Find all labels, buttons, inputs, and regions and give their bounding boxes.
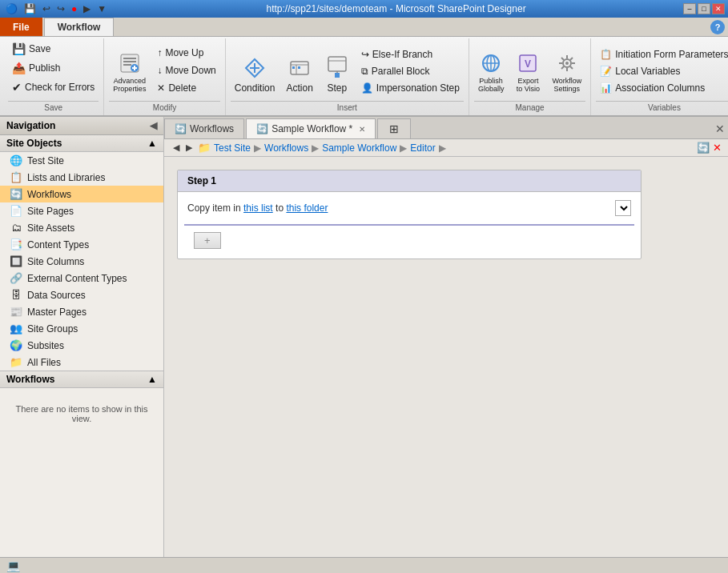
- breadcrumb-sample-workflow[interactable]: Sample Workflow: [322, 142, 396, 154]
- impersonation-icon: 👤: [361, 82, 373, 94]
- stop-btn[interactable]: ●: [69, 2, 79, 15]
- nav-item-lists-libraries[interactable]: 📋 Lists and Libraries: [0, 169, 163, 186]
- maximize-btn[interactable]: □: [698, 3, 710, 14]
- nav-item-master-pages[interactable]: 📰 Master Pages: [0, 303, 163, 320]
- ext-content-icon: 🔗: [10, 272, 22, 284]
- nav-collapse-btn[interactable]: ◀: [150, 120, 157, 131]
- step-icon: [324, 55, 350, 81]
- undo-btn[interactable]: ↩: [40, 2, 53, 15]
- else-if-icon: ↪: [361, 49, 369, 60]
- nav-header: Navigation ◀: [0, 117, 163, 135]
- step-dropdown[interactable]: ▼: [615, 200, 631, 216]
- move-up-icon: ↑: [157, 47, 162, 58]
- sample-tab-close[interactable]: ✕: [359, 125, 365, 134]
- forward-btn[interactable]: ▶: [183, 142, 195, 154]
- window-controls[interactable]: – □ ✕: [683, 3, 725, 14]
- move-down-icon: ↓: [157, 65, 162, 76]
- dropdown-btn[interactable]: ▼: [95, 2, 109, 15]
- nav-item-subsites[interactable]: 🌍 Subsites: [0, 337, 163, 354]
- minimize-btn[interactable]: –: [683, 3, 696, 14]
- columns-icon: 📊: [600, 82, 612, 94]
- blank-doc-tab[interactable]: ⊞: [377, 118, 411, 138]
- else-if-button[interactable]: ↪ Else-If Branch: [357, 46, 464, 62]
- workflows-section-header[interactable]: Workflows ▲: [0, 371, 163, 388]
- ribbon-group-insert: Condition Action: [226, 38, 469, 115]
- workflows-doc-tab[interactable]: 🔄 Workflows: [164, 118, 244, 138]
- nav-item-site-pages[interactable]: 📄 Site Pages: [0, 202, 163, 219]
- initiation-form-button[interactable]: 📋 Initiation Form Parameters: [596, 46, 728, 62]
- publish-globally-icon: [478, 50, 504, 76]
- nav-item-site-assets[interactable]: 🗂 Site Assets: [0, 219, 163, 236]
- nav-item-content-types[interactable]: 📑 Content Types: [0, 236, 163, 253]
- svg-line-33: [570, 58, 573, 60]
- action-button[interactable]: Action: [282, 53, 316, 96]
- svg-line-32: [570, 66, 573, 69]
- quick-access-toolbar[interactable]: 🔵 💾 ↩ ↪ ● ▶ ▼: [3, 2, 109, 15]
- nav-item-test-site[interactable]: 🌐 Test Site: [0, 152, 163, 169]
- workflows-collapse: ▲: [147, 374, 157, 385]
- this-list-link[interactable]: this list: [243, 202, 273, 214]
- ribbon-group-modify: AdvancedProperties ↑ Move Up ↓ Move Down…: [104, 38, 225, 115]
- svg-rect-15: [328, 57, 346, 71]
- workflow-tab[interactable]: Workflow: [44, 18, 115, 36]
- back-btn[interactable]: ◀: [171, 142, 182, 154]
- step-button[interactable]: Step: [320, 53, 354, 96]
- local-variables-button[interactable]: 📝 Local Variables: [596, 63, 728, 79]
- add-step-btn[interactable]: +: [194, 232, 221, 249]
- advanced-properties-button[interactable]: AdvancedProperties: [109, 48, 150, 96]
- breadcrumb-stop-btn[interactable]: ✕: [713, 142, 722, 154]
- ribbon-group-save: 💾 Save 📤 Publish ✔ Check for Errors Save: [3, 38, 104, 115]
- publish-button[interactable]: 📤 Publish: [8, 59, 99, 77]
- sample-workflow-doc-tab[interactable]: 🔄 Sample Workflow * ✕: [246, 118, 376, 138]
- nav-item-workflows[interactable]: 🔄 Workflows: [0, 186, 163, 202]
- step-action-text: Copy item in this list to this folder: [187, 202, 610, 214]
- workflows-tab-icon: 🔄: [175, 123, 187, 134]
- delete-button[interactable]: ✕ Delete: [153, 80, 219, 96]
- file-tab[interactable]: File: [0, 18, 42, 36]
- help-button[interactable]: ?: [710, 20, 725, 34]
- move-up-button[interactable]: ↑ Move Up: [153, 45, 219, 61]
- master-pages-icon: 📰: [10, 306, 22, 318]
- window-title: http://spp21/sites/demoteam - Microsoft …: [109, 3, 683, 14]
- workflow-settings-icon: [554, 50, 580, 76]
- main-area: Navigation ◀ Site Objects ▲ 🌐 Test Site …: [0, 117, 728, 557]
- site-groups-icon: 👥: [10, 323, 22, 335]
- svg-rect-1: [123, 58, 136, 59]
- check-for-errors-button[interactable]: ✔ Check for Errors: [8, 78, 99, 96]
- association-columns-button[interactable]: 📊 Association Columns: [596, 80, 728, 96]
- parallel-button[interactable]: ⧉ Parallel Block: [357, 63, 464, 79]
- nav-item-all-files[interactable]: 📁 All Files: [0, 354, 163, 371]
- breadcrumb-editor[interactable]: Editor: [410, 142, 435, 154]
- save-quick-btn[interactable]: 💾: [22, 2, 38, 15]
- svg-rect-6: [132, 67, 137, 69]
- nav-item-external-content-types[interactable]: 🔗 External Content Types: [0, 270, 163, 286]
- this-folder-link[interactable]: this folder: [286, 202, 328, 214]
- run-btn[interactable]: ▶: [81, 2, 93, 15]
- save-button[interactable]: 💾 Save: [8, 40, 99, 58]
- export-to-visio-button[interactable]: V Exportto Visio: [511, 48, 545, 96]
- site-columns-icon: 🔲: [10, 255, 22, 267]
- redo-btn[interactable]: ↪: [54, 2, 67, 15]
- lists-icon: 📋: [10, 171, 22, 183]
- workflow-step-1: Step 1 Copy item in this list to this fo…: [177, 170, 642, 259]
- publish-globally-button[interactable]: PublishGlobally: [474, 48, 509, 96]
- nav-item-site-columns[interactable]: 🔲 Site Columns: [0, 253, 163, 270]
- breadcrumb-refresh-btn[interactable]: 🔄: [697, 142, 710, 154]
- site-objects-section[interactable]: Site Objects ▲: [0, 135, 163, 152]
- close-btn[interactable]: ✕: [712, 3, 725, 14]
- close-content-btn[interactable]: ✕: [715, 122, 725, 135]
- breadcrumb-workflows[interactable]: Workflows: [264, 142, 308, 154]
- workflow-settings-button[interactable]: WorkflowSettings: [548, 48, 585, 96]
- breadcrumb-nav[interactable]: ◀ ▶: [171, 142, 195, 154]
- impersonation-button[interactable]: 👤 Impersonation Step: [357, 80, 464, 96]
- site-assets-icon: 🗂: [10, 222, 22, 234]
- nav-item-data-sources[interactable]: 🗄 Data Sources: [0, 286, 163, 303]
- breadcrumb-test-site[interactable]: Test Site: [214, 142, 251, 154]
- svg-rect-2: [123, 61, 136, 62]
- move-down-button[interactable]: ↓ Move Down: [153, 62, 219, 78]
- nav-item-site-groups[interactable]: 👥 Site Groups: [0, 320, 163, 337]
- condition-button[interactable]: Condition: [231, 53, 280, 96]
- blank-tab-icon: ⊞: [389, 122, 399, 135]
- save-group-label: Save: [8, 101, 99, 114]
- save-icon: 💾: [12, 42, 26, 55]
